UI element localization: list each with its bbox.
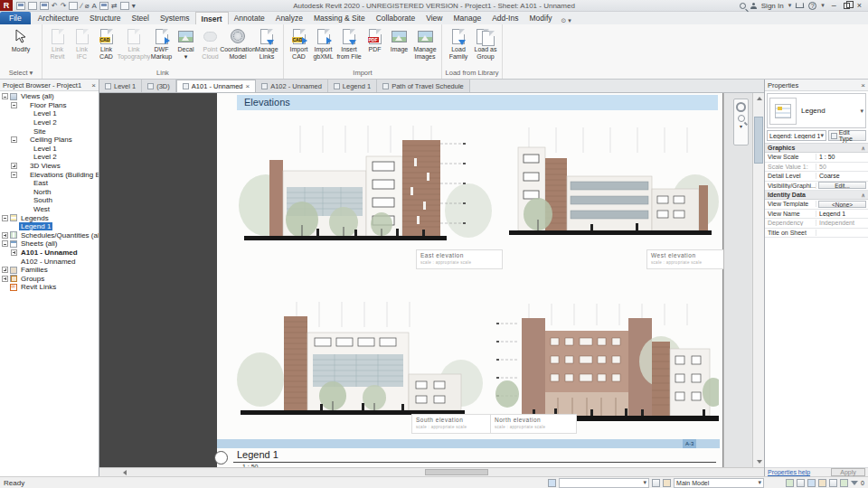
tree-item-legend1[interactable]: Legend 1 — [0, 222, 99, 231]
tree-item-south[interactable]: South — [0, 196, 99, 205]
scroll-up-icon[interactable] — [757, 97, 762, 100]
expand-icon[interactable] — [11, 163, 17, 169]
search-icon[interactable] — [740, 3, 746, 9]
expand-icon[interactable] — [11, 249, 17, 256]
east-elevation-drawing[interactable] — [237, 117, 494, 252]
scroll-left-icon[interactable] — [123, 470, 127, 475]
restore-button[interactable] — [844, 3, 850, 9]
collapse-icon[interactable] — [11, 102, 17, 108]
vertical-scrollbar[interactable] — [752, 93, 764, 467]
minimize-button[interactable]: – — [829, 1, 839, 11]
tree-item-east[interactable]: East — [0, 179, 99, 188]
select-links-icon[interactable] — [807, 479, 816, 487]
undo-icon[interactable]: ↶ — [52, 2, 58, 10]
design-options-icon[interactable] — [663, 479, 671, 487]
view-template-button[interactable]: <None> — [818, 201, 866, 208]
selection-filter-icon[interactable] — [851, 481, 858, 485]
pdf-button[interactable]: PDF PDF — [363, 26, 387, 66]
tree-item-revit-links[interactable]: Revit Links — [0, 283, 99, 292]
sheet-a101[interactable]: Elevations — [217, 93, 723, 467]
tree-item-3d-views[interactable]: 3D Views — [0, 162, 99, 171]
save-icon[interactable] — [40, 2, 49, 10]
tab-annotate[interactable]: Annotate — [229, 12, 270, 24]
edit-type-button[interactable]: Edit Type — [828, 130, 866, 141]
expand-icon[interactable] — [2, 276, 8, 282]
tab-manage[interactable]: Manage — [448, 12, 486, 24]
property-row[interactable]: Visibility/Graphi...Edit... — [765, 182, 868, 192]
horizontal-scroll-thumb[interactable] — [425, 469, 488, 475]
tree-item-a101[interactable]: A101 - Unnamed — [0, 249, 99, 258]
tree-item-legends[interactable]: Legends — [0, 213, 99, 222]
property-row[interactable]: Title on Sheet — [765, 229, 868, 239]
select-by-face-icon[interactable] — [840, 479, 848, 487]
north-elevation-drawing[interactable] — [493, 298, 719, 425]
select-panel-label[interactable]: Select ▾ — [0, 68, 42, 79]
tree-item-level1[interactable]: Level 1 — [0, 109, 99, 118]
3d-view-icon[interactable] — [99, 2, 108, 10]
tree-item-floor-plans[interactable]: Floor Plans — [0, 101, 99, 110]
scroll-down-icon[interactable] — [757, 460, 762, 464]
graphics-section-header[interactable]: Graphics∧ — [765, 144, 868, 153]
dwf-markup-button[interactable]: DWF Markup — [149, 26, 174, 66]
doc-tab-a102[interactable]: A102 - Unnamed — [256, 80, 328, 92]
west-elevation-drawing[interactable] — [502, 120, 719, 252]
collapse-icon[interactable] — [2, 240, 8, 247]
collapse-section-icon[interactable]: ∧ — [862, 192, 865, 198]
properties-help-link[interactable]: Properties help — [768, 469, 810, 475]
modify-button[interactable]: Modify — [3, 26, 39, 66]
link-cad-button[interactable]: CAD Link CAD — [94, 26, 118, 66]
instance-selector[interactable]: Legend: Legend 1▾ — [767, 130, 826, 141]
tab-massing-site[interactable]: Massing & Site — [308, 12, 371, 24]
property-row[interactable]: View NameLegend 1 — [765, 210, 868, 220]
import-gbxml-button[interactable]: Import gbXML — [311, 26, 335, 66]
collapse-icon[interactable] — [11, 172, 17, 178]
collapse-icon[interactable] — [11, 136, 17, 143]
tree-item-sheets[interactable]: Sheets (all) — [0, 239, 99, 249]
expand-icon[interactable] — [2, 267, 8, 273]
section-icon[interactable]: ⇄ — [111, 2, 118, 10]
collapse-icon[interactable] — [2, 215, 8, 221]
tree-item-ceiling-level2[interactable]: Level 2 — [0, 153, 99, 162]
press-drag-icon[interactable] — [797, 479, 805, 487]
aligned-dimension-icon[interactable]: ⌀ — [85, 2, 90, 10]
insert-from-file-button[interactable]: Insert from File — [335, 26, 363, 66]
exclude-options-icon[interactable] — [786, 479, 794, 487]
editable-only-icon[interactable] — [652, 479, 660, 487]
tree-item-west[interactable]: West — [0, 205, 99, 214]
close-button[interactable]: × — [854, 1, 864, 11]
tree-item-views[interactable]: Views (all) — [0, 92, 99, 101]
doc-tab-3d[interactable]: (3D) — [142, 80, 176, 92]
text-icon[interactable]: A — [92, 2, 97, 10]
tree-item-a102[interactable]: A102 - Unnamed — [0, 257, 99, 266]
collapse-section-icon[interactable]: ∧ — [862, 145, 865, 151]
doc-tab-a101[interactable]: A101 - Unnamed× — [176, 80, 256, 92]
zoom-icon[interactable] — [738, 115, 745, 122]
tab-analyze[interactable]: Analyze — [270, 12, 308, 24]
help-icon[interactable]: ? — [808, 2, 816, 10]
ribbon-display-toggle-icon[interactable]: ⊙ ▾ — [561, 17, 571, 24]
properties-close-icon[interactable]: × — [861, 81, 865, 89]
select-pinned-icon[interactable] — [829, 479, 837, 487]
tab-view[interactable]: View — [420, 12, 448, 24]
worksets-combo[interactable]: ▾ — [559, 478, 649, 488]
coordination-model-button[interactable]: Coordination Model — [222, 26, 253, 66]
tab-steel[interactable]: Steel — [127, 12, 155, 24]
legend-viewport-selection[interactable] — [217, 439, 720, 448]
tab-modify[interactable]: Modify — [524, 12, 557, 24]
apply-button[interactable]: Apply — [831, 468, 865, 476]
tree-item-ceiling-level1[interactable]: Level 1 — [0, 145, 99, 154]
south-elevation-drawing[interactable] — [233, 296, 488, 425]
visibility-edit-button[interactable]: Edit... — [818, 182, 866, 189]
property-row[interactable]: Detail LevelCoarse — [765, 172, 868, 182]
decal-button[interactable]: Decal ▾ — [174, 26, 198, 66]
identity-section-header[interactable]: Identity Data∧ — [765, 191, 868, 200]
property-row[interactable]: View Template<None> — [765, 200, 868, 210]
doc-tab-level1[interactable]: Level 1 — [99, 80, 142, 92]
image-button[interactable]: Image — [387, 26, 411, 66]
account-dropdown-icon[interactable]: ▾ — [788, 2, 792, 9]
design-options-combo[interactable]: Main Model▾ — [674, 478, 764, 488]
load-family-button[interactable]: Load Family — [445, 26, 472, 66]
tree-item-level2[interactable]: Level 2 — [0, 118, 99, 127]
vertical-scroll-thumb[interactable] — [754, 117, 763, 164]
load-as-group-button[interactable]: Load as Group — [472, 26, 499, 66]
